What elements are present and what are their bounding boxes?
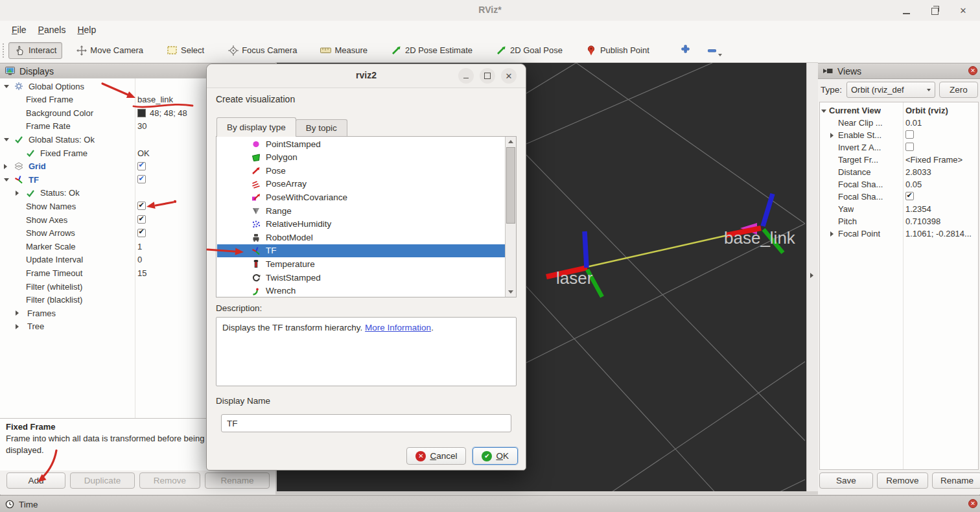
checkbox[interactable]: [905, 192, 914, 200]
tool-2d-pose-estimate[interactable]: 2D Pose Estimate: [385, 42, 478, 59]
views-row-yaw[interactable]: Yaw1.2354: [820, 203, 978, 215]
save-views-button[interactable]: Save: [819, 472, 873, 489]
checkbox[interactable]: [137, 162, 146, 170]
tool-2d-goal-pose[interactable]: 2D Goal Pose: [490, 42, 568, 59]
dialog-titlebar[interactable]: rviz2 ✕: [207, 64, 526, 88]
dialog-close-button[interactable]: ✕: [501, 68, 517, 84]
views-row-near-clip[interactable]: Near Clip ...0.01: [820, 117, 978, 129]
toolbar-drag-handle[interactable]: [2, 43, 5, 58]
row-value[interactable]: <Fixed Frame>: [905, 155, 962, 165]
more-information-link[interactable]: More Information: [365, 323, 431, 332]
zero-button[interactable]: Zero: [939, 82, 978, 98]
row-value[interactable]: 1.1061; -0.2814...: [905, 229, 972, 239]
expand-arrow-icon[interactable]: [4, 164, 7, 169]
dialog-minimize-button[interactable]: [458, 68, 474, 84]
views-row-pitch[interactable]: Pitch0.710398: [820, 215, 978, 227]
restore-button[interactable]: [929, 5, 940, 16]
menu-panels[interactable]: Panels: [33, 23, 71, 36]
display-type-wrench[interactable]: Wrench: [217, 285, 505, 298]
views-row-current-view[interactable]: Current ViewOrbit (rviz): [820, 104, 978, 117]
display-type-twiststamped[interactable]: TwistStamped: [217, 271, 505, 285]
duplicate-button[interactable]: Duplicate: [70, 472, 135, 489]
display-type-posearray[interactable]: PoseArray: [217, 178, 505, 191]
display-type-range[interactable]: Range: [217, 204, 505, 218]
tab-by-topic[interactable]: By topic: [296, 119, 347, 137]
view-type-dropdown[interactable]: Orbit (rviz_def: [846, 82, 935, 98]
collapse-arrow-icon[interactable]: [4, 138, 9, 141]
display-type-tf[interactable]: TF: [217, 244, 505, 258]
row-value[interactable]: base_link: [137, 95, 173, 104]
cancel-button[interactable]: ✕ Cancel: [406, 447, 466, 465]
expand-arrow-icon[interactable]: [16, 310, 19, 316]
tool-focus-camera[interactable]: Focus Camera: [222, 42, 303, 59]
row-value[interactable]: 15: [137, 268, 146, 278]
ok-button[interactable]: ✔ OK: [472, 447, 518, 465]
row-value[interactable]: 0.05: [905, 180, 922, 189]
close-views-panel-button[interactable]: ✕: [968, 66, 977, 75]
views-row-target-fr[interactable]: Target Fr...<Fixed Frame>: [820, 154, 978, 166]
row-value[interactable]: 2.8033: [905, 167, 931, 177]
views-panel-header[interactable]: Views ✕: [818, 63, 980, 79]
expand-arrow-icon[interactable]: [16, 324, 19, 329]
display-type-robotmodel[interactable]: RobotModel: [217, 231, 505, 244]
collapse-arrow-icon[interactable]: [4, 178, 9, 181]
tool-select[interactable]: Select: [161, 42, 210, 59]
expand-arrow-icon[interactable]: [16, 191, 19, 196]
checkbox[interactable]: [137, 175, 146, 183]
display-type-pose[interactable]: Pose: [217, 164, 505, 178]
row-value[interactable]: 0.01: [905, 118, 922, 128]
scrollbar[interactable]: [505, 137, 516, 297]
remove-button[interactable]: Remove: [139, 472, 200, 489]
color-swatch[interactable]: [137, 109, 146, 117]
checkbox[interactable]: [905, 143, 914, 151]
close-time-panel-button[interactable]: ✕: [968, 499, 977, 508]
views-row-invert-z-a[interactable]: Invert Z A...: [820, 141, 978, 154]
tool-interact[interactable]: Interact: [8, 42, 62, 59]
tool-publish-point[interactable]: Publish Point: [580, 42, 655, 59]
remove-tool-button[interactable]: [705, 42, 724, 59]
checkbox[interactable]: [137, 215, 146, 224]
display-type-relativehumidity[interactable]: RelativeHumidity: [217, 218, 505, 231]
row-value[interactable]: 1: [137, 242, 142, 251]
checkbox[interactable]: [137, 202, 146, 210]
display-name-input[interactable]: [221, 414, 511, 432]
remove-views-button[interactable]: Remove: [877, 472, 928, 489]
dialog-maximize-button[interactable]: [480, 68, 495, 84]
row-value[interactable]: 0: [137, 255, 142, 264]
expand-arrow-icon[interactable]: [830, 231, 834, 237]
tool-move-camera[interactable]: Move Camera: [70, 42, 149, 59]
collapse-arrow-icon[interactable]: [4, 85, 9, 88]
views-row-focal-sha[interactable]: Focal Sha...0.05: [820, 178, 978, 191]
scroll-down-icon[interactable]: [506, 287, 516, 297]
menu-help[interactable]: Help: [72, 23, 101, 36]
minimize-button[interactable]: [901, 5, 911, 16]
row-value[interactable]: Orbit (rviz): [905, 106, 948, 115]
add-button[interactable]: Add: [6, 472, 65, 489]
display-type-posewithcovariance[interactable]: PoseWithCovariance: [217, 191, 505, 204]
rename-button[interactable]: Rename: [205, 472, 270, 489]
panel-splitter[interactable]: [806, 63, 819, 491]
menu-file[interactable]: File: [6, 23, 32, 36]
rename-views-button[interactable]: Rename: [932, 472, 980, 489]
time-panel-header[interactable]: Time: [0, 495, 980, 512]
row-value[interactable]: 30: [137, 121, 146, 131]
display-type-temperature[interactable]: Temperature: [217, 257, 505, 271]
scroll-up-icon[interactable]: [506, 137, 516, 146]
checkbox[interactable]: [905, 130, 914, 139]
collapse-panel-icon[interactable]: [810, 273, 813, 278]
views-row-focal-sha[interactable]: Focal Sha...: [820, 191, 978, 203]
collapse-arrow-icon[interactable]: [821, 110, 826, 113]
scrollbar-thumb[interactable]: [506, 147, 515, 224]
tab-by-display-type[interactable]: By display type: [216, 117, 296, 137]
display-type-polygon[interactable]: Polygon: [217, 151, 505, 165]
tool-measure[interactable]: Measure: [314, 42, 373, 59]
row-value[interactable]: 0.710398: [905, 216, 940, 226]
display-type-pointstamped[interactable]: PointStamped: [217, 137, 505, 151]
expand-arrow-icon[interactable]: [830, 133, 834, 138]
views-row-distance[interactable]: Distance2.8033: [820, 166, 978, 178]
views-row-enable-st[interactable]: Enable St...: [820, 129, 978, 141]
add-tool-button[interactable]: [676, 42, 695, 59]
row-value[interactable]: OK: [137, 148, 150, 158]
close-button[interactable]: ✕: [958, 5, 968, 16]
checkbox[interactable]: [137, 229, 146, 237]
